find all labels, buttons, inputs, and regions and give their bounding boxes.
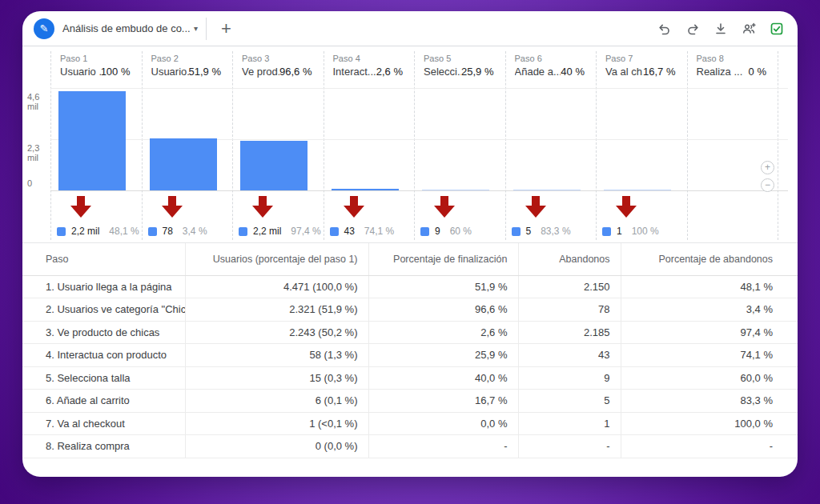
zoom-out-icon[interactable]: − — [761, 178, 774, 192]
table-row[interactable]: 2. Usuarios ve categoría "Chicas"2.321 (… — [22, 298, 798, 322]
funnel-step-header[interactable]: Paso 2Usuario...51,9 % — [142, 46, 233, 83]
abandon-pct: 60 % — [450, 226, 472, 237]
share-users-icon[interactable] — [739, 19, 758, 38]
step-cell: 2. Usuarios ve categoría "Chicas" — [22, 298, 185, 322]
table-column-header: Porcentaje de finalización — [368, 243, 518, 275]
value-cell: 48,1 % — [621, 275, 798, 298]
funnel-bar[interactable] — [332, 189, 399, 190]
funnel-bar[interactable] — [240, 141, 308, 190]
toolbar — [655, 19, 798, 38]
table-row[interactable]: 4. Interactua con producto58 (1,3 %)25,9… — [22, 344, 798, 367]
abandon-legend: 2,2 mil48,1 % — [57, 226, 139, 237]
funnel-step-header[interactable]: Paso 3Ve prod...96,6 % — [232, 46, 324, 83]
table-row[interactable]: 8. Realiza compra0 (0,0 %)--- — [22, 435, 798, 458]
step-name: Va al ch... — [605, 66, 643, 78]
chevron-down-icon[interactable]: ▾ — [194, 24, 198, 33]
step-cell: 1. Usuario llega a la página — [22, 275, 185, 298]
abandon-count: 9 — [435, 226, 440, 237]
abandon-pct: 3,4 % — [183, 226, 207, 237]
funnel-bar[interactable] — [513, 190, 581, 191]
zoom-in-icon[interactable]: + — [761, 161, 774, 174]
step-label: Paso 8 — [697, 54, 767, 63]
funnel-step-header[interactable]: Paso 1Usuario ...100 % — [50, 46, 142, 83]
value-cell: 25,9 % — [368, 344, 518, 367]
table-row[interactable]: 6. Añade al carrito6 (0,1 %)16,7 %583,3 … — [22, 390, 798, 413]
legend-swatch — [420, 227, 429, 236]
legend-swatch — [330, 227, 339, 236]
download-icon[interactable] — [711, 19, 730, 38]
funnel-chart: 4,6 mil 2,3 mil 0 Paso 1Usuario ...100 %… — [22, 46, 798, 243]
abandon-legend: 783,4 % — [148, 226, 207, 237]
edit-icon: ✎ — [34, 18, 54, 39]
app-window: ✎ Análisis de embudo de co... ▾ + — [22, 11, 798, 477]
abandon-arrow-icon — [162, 196, 183, 218]
undo-icon[interactable] — [655, 19, 674, 38]
table-column-header: Abandonos — [518, 243, 621, 275]
value-cell: 60,0 % — [621, 366, 798, 390]
abandon-count: 1 — [617, 226, 622, 237]
abandon-arrow-icon — [344, 196, 364, 218]
step-completion-rate: 25,9 % — [461, 66, 493, 78]
redo-icon[interactable] — [683, 19, 702, 38]
abandon-arrow-icon — [252, 196, 273, 218]
add-tab-button[interactable]: + — [207, 11, 246, 46]
value-cell: 96,6 % — [368, 298, 518, 322]
table-row[interactable]: 3. Ve producto de chicas2.243 (50,2 %)2,… — [22, 321, 798, 344]
value-cell: 6 (0,1 %) — [185, 390, 368, 413]
value-cell: 1 (<0,1 %) — [185, 412, 368, 435]
value-cell: - — [518, 435, 621, 458]
funnel-bar[interactable] — [150, 138, 217, 190]
funnel-bar[interactable] — [58, 91, 126, 190]
table-row[interactable]: 1. Usuario llega a la página4.471 (100,0… — [22, 275, 798, 298]
tab-bar: ✎ Análisis de embudo de co... ▾ + — [22, 11, 798, 46]
value-cell: 2.243 (50,2 %) — [185, 321, 368, 344]
step-name: Interact... — [333, 66, 376, 78]
value-cell: 58 (1,3 %) — [185, 344, 368, 367]
funnel-step-header[interactable]: Paso 6Añade a...40 % — [505, 46, 597, 83]
funnel-bar[interactable] — [422, 190, 489, 191]
value-cell: 100,0 % — [621, 412, 798, 435]
step-label: Paso 7 — [605, 54, 676, 63]
value-cell: 2.321 (51,9 %) — [185, 298, 368, 322]
value-cell: 83,3 % — [621, 390, 798, 413]
table-row[interactable]: 5. Selecciona talla15 (0,3 %)40,0 %960,0… — [22, 366, 798, 390]
step-name: Realiza ... — [697, 66, 743, 78]
step-label: Paso 2 — [151, 54, 222, 63]
abandon-legend: 2,2 mil97,4 % — [239, 226, 321, 237]
funnel-step-header[interactable]: Paso 4Interact...2,6 % — [324, 46, 415, 83]
step-label: Paso 3 — [242, 54, 312, 63]
report-tab[interactable]: ✎ Análisis de embudo de co... ▾ — [22, 11, 206, 46]
step-name: Usuario... — [151, 66, 189, 78]
funnel-step-header[interactable]: Paso 7Va al ch...16,7 % — [596, 46, 687, 83]
y-axis-tick: 2,3 mil — [27, 143, 51, 162]
step-label: Paso 5 — [424, 54, 494, 63]
step-cell: 7. Va al checkout — [22, 412, 185, 435]
value-cell: 1 — [518, 412, 621, 435]
funnel-step-header[interactable]: Paso 8Realiza ...0 % — [687, 46, 778, 83]
table-row[interactable]: 7. Va al checkout1 (<0,1 %)0,0 %1100,0 % — [22, 412, 798, 435]
step-cell: 8. Realiza compra — [22, 435, 185, 458]
saved-check-icon[interactable] — [767, 19, 786, 38]
value-cell: 4.471 (100,0 %) — [185, 275, 368, 298]
funnel-step-header[interactable]: Paso 5Selecci...25,9 % — [414, 46, 505, 83]
step-completion-rate: 96,6 % — [279, 66, 312, 78]
y-axis-tick: 4,6 mil — [27, 92, 51, 111]
abandon-legend: 960 % — [420, 226, 472, 237]
value-cell: 74,1 % — [621, 344, 798, 367]
legend-swatch — [57, 227, 66, 236]
legend-swatch — [148, 227, 157, 236]
abandon-count: 2,2 mil — [71, 226, 99, 237]
funnel-bar[interactable] — [604, 190, 671, 191]
step-cell: 6. Añade al carrito — [22, 390, 185, 413]
value-cell: - — [621, 435, 798, 458]
funnel-table: PasoUsuarios (porcentaje del paso 1)Porc… — [22, 243, 798, 458]
value-cell: 0,0 % — [368, 412, 518, 435]
abandon-arrow-icon — [70, 196, 91, 218]
value-cell: 2.185 — [518, 321, 621, 344]
value-cell: 16,7 % — [368, 390, 518, 413]
value-cell: 2,6 % — [368, 321, 518, 344]
step-completion-rate: 0 % — [749, 66, 766, 78]
value-cell: 9 — [518, 366, 621, 390]
step-label: Paso 4 — [333, 54, 404, 63]
value-cell: - — [368, 435, 518, 458]
